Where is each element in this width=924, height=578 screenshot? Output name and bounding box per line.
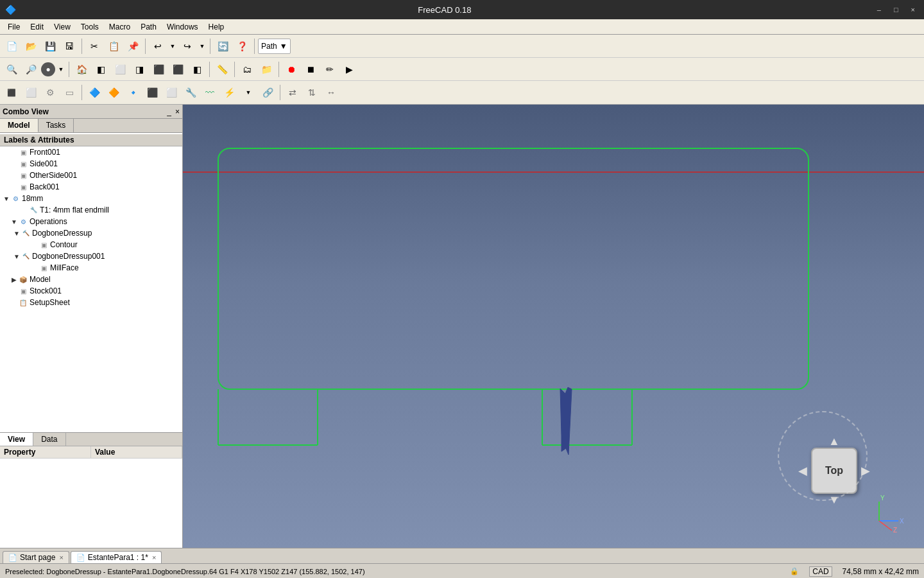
menu-help[interactable]: Help — [203, 21, 230, 33]
macro-edit-button[interactable]: ✏ — [321, 60, 339, 78]
stop-button[interactable]: ⏹ — [302, 60, 320, 78]
help-button[interactable]: ❓ — [233, 37, 251, 55]
navigation-cube[interactable]: ▲ ▼ ◀ ▶ Top — [796, 432, 873, 509]
tree-item-millface[interactable]: ▣ MillFace — [0, 262, 182, 274]
toggle-clip-button[interactable]: 🗂 — [238, 60, 256, 78]
dogbone1-toggle[interactable]: ▼ — [13, 230, 21, 237]
measure-button[interactable]: 📏 — [213, 60, 231, 78]
path-op10[interactable]: 🔗 — [259, 83, 277, 101]
tree-item-front001[interactable]: ▣ Front001 — [0, 146, 182, 158]
path-tool4[interactable]: ▭ — [60, 83, 78, 101]
start-page-close[interactable]: × — [59, 554, 63, 561]
maximize-button[interactable]: □ — [890, 4, 902, 15]
tree-item-operations[interactable]: ▼ ⚙ Operations — [0, 216, 182, 227]
fit-all-button[interactable]: 🔍 — [3, 60, 21, 78]
path-op9-dropdown[interactable]: ▼ — [239, 83, 257, 101]
undo-button[interactable]: ↩ — [149, 37, 167, 55]
path-select-button[interactable]: ⬛ — [3, 83, 21, 101]
combo-minimize-btn[interactable]: _ — [167, 107, 171, 116]
menu-windows[interactable]: Windows — [162, 21, 203, 33]
top-view-button[interactable]: ⬜ — [111, 60, 129, 78]
cut-button[interactable]: ✂ — [85, 37, 103, 55]
path-op7[interactable]: 〰 — [201, 83, 219, 101]
model-toggle[interactable]: ▶ — [10, 276, 18, 283]
tab-tasks[interactable]: Tasks — [38, 119, 74, 132]
combo-close-btn[interactable]: × — [175, 107, 180, 116]
bottom-view-button[interactable]: ⬛ — [169, 60, 187, 78]
right-view-button[interactable]: ◨ — [130, 60, 148, 78]
otherside001-label: OtherSide001 — [30, 171, 77, 180]
save-as-button[interactable]: 🖫 — [60, 37, 78, 55]
path-tool3[interactable]: ⚙ — [41, 83, 59, 101]
path-op1[interactable]: 🔷 — [85, 83, 103, 101]
viewport[interactable]: ▲ ▼ ◀ ▶ Top X Y Z — [183, 105, 924, 548]
left-view-button[interactable]: ◧ — [188, 60, 206, 78]
path-op4[interactable]: ⬛ — [143, 83, 161, 101]
path-mod3[interactable]: ↔ — [322, 83, 340, 101]
tree-item-t1[interactable]: 🔧 T1: 4mm flat endmill — [0, 204, 182, 216]
path-op6[interactable]: 🔧 — [182, 83, 200, 101]
nav-cube-top[interactable]: Top — [811, 448, 857, 494]
tab-estante[interactable]: 📄 EstantePara1 : 1* × — [71, 551, 162, 563]
estante-close[interactable]: × — [152, 554, 156, 561]
nav-down-arrow[interactable]: ▼ — [828, 493, 840, 507]
tree-item-contour[interactable]: ▣ Contour — [0, 239, 182, 250]
tree-area[interactable]: Labels & Attributes ▣ Front001 ▣ Side001… — [0, 133, 182, 432]
dropdown-arrow-icon: ▼ — [280, 42, 287, 51]
rear-view-button[interactable]: ⬛ — [150, 60, 167, 78]
menu-macro[interactable]: Macro — [104, 21, 135, 33]
tree-item-otherside001[interactable]: ▣ OtherSide001 — [0, 170, 182, 181]
path-op3[interactable]: 🔹 — [124, 83, 142, 101]
menu-file[interactable]: File — [3, 21, 25, 33]
refresh-button[interactable]: 🔄 — [214, 37, 232, 55]
run-button[interactable]: ▶ — [340, 60, 358, 78]
draw-dropdown[interactable]: ▼ — [56, 60, 65, 78]
open-button[interactable]: 📂 — [22, 37, 40, 55]
nav-left-arrow[interactable]: ◀ — [798, 464, 807, 478]
paste-button[interactable]: 📌 — [124, 37, 142, 55]
save-button[interactable]: 💾 — [41, 37, 59, 55]
menu-tools[interactable]: Tools — [76, 21, 104, 33]
tree-item-dogbone2[interactable]: ▼ 🔨 DogboneDressup001 — [0, 250, 182, 262]
path-op8[interactable]: ⚡ — [220, 83, 238, 101]
draw-style-button[interactable]: ● — [41, 62, 55, 76]
toolbar-row-3: ⬛ ⬜ ⚙ ▭ 🔷 🔶 🔹 ⬛ ⬜ 🔧 〰 ⚡ ▼ 🔗 ⇄ ⇅ ↔ — [0, 81, 924, 104]
new-button[interactable]: 📄 — [3, 37, 21, 55]
fit-select-button[interactable]: 🔎 — [22, 60, 40, 78]
tree-item-back001[interactable]: ▣ Back001 — [0, 181, 182, 193]
path-mod2[interactable]: ⇅ — [303, 83, 321, 101]
open-file-button[interactable]: 📁 — [257, 60, 275, 78]
minimize-button[interactable]: – — [873, 4, 885, 15]
dogbone2-toggle[interactable]: ▼ — [13, 253, 21, 260]
tree-item-18mm[interactable]: ▼ ⚙ 18mm — [0, 193, 182, 204]
nav-right-arrow[interactable]: ▶ — [861, 464, 870, 478]
path-deselect-button[interactable]: ⬜ — [22, 83, 40, 101]
menu-view[interactable]: View — [49, 21, 76, 33]
close-button[interactable]: × — [907, 4, 919, 15]
tree-item-side001[interactable]: ▣ Side001 — [0, 158, 182, 170]
workbench-dropdown[interactable]: Path ▼ — [258, 39, 291, 54]
menu-edit[interactable]: Edit — [25, 21, 49, 33]
path-mod1[interactable]: ⇄ — [284, 83, 302, 101]
tree-item-setupsheet[interactable]: 📋 SetupSheet — [0, 297, 182, 308]
front-view-button[interactable]: ◧ — [92, 60, 110, 78]
record-button[interactable]: ⏺ — [282, 60, 300, 78]
tree-item-model[interactable]: ▶ 📦 Model — [0, 274, 182, 285]
redo-dropdown[interactable]: ▼ — [198, 37, 207, 55]
path-op5[interactable]: ⬜ — [162, 83, 180, 101]
nav-up-arrow[interactable]: ▲ — [828, 435, 840, 448]
tree-item-stock001[interactable]: ▣ Stock001 — [0, 285, 182, 297]
18mm-toggle[interactable]: ▼ — [3, 195, 10, 202]
tree-item-dogbone1[interactable]: ▼ 🔨 DogboneDressup — [0, 227, 182, 239]
redo-button[interactable]: ↪ — [178, 37, 196, 55]
undo-dropdown[interactable]: ▼ — [168, 37, 177, 55]
operations-toggle[interactable]: ▼ — [10, 218, 18, 225]
prop-tab-data[interactable]: Data — [33, 433, 65, 446]
menu-path[interactable]: Path — [135, 21, 162, 33]
tab-model[interactable]: Model — [0, 119, 38, 132]
path-op2[interactable]: 🔶 — [105, 83, 123, 101]
prop-tab-view[interactable]: View — [0, 433, 33, 446]
tab-start-page[interactable]: 📄 Start page × — [3, 551, 69, 563]
copy-button[interactable]: 📋 — [105, 37, 123, 55]
home-view-button[interactable]: 🏠 — [73, 60, 90, 78]
